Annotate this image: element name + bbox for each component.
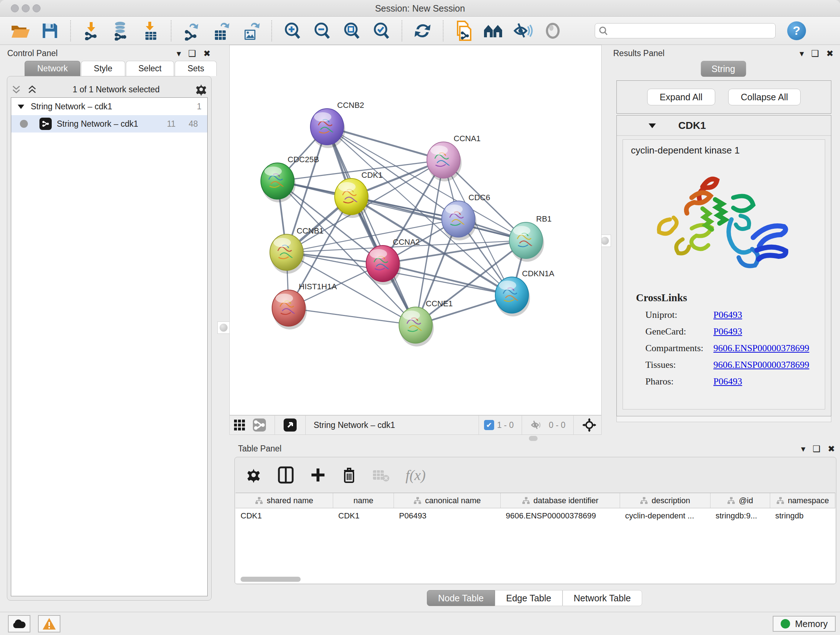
first-neighbors-button[interactable] — [483, 21, 504, 41]
column-header-canonical-name[interactable]: canonical name — [394, 493, 501, 508]
import-network-file-button[interactable] — [81, 21, 101, 41]
table-panel-menu-button[interactable]: ▾ — [801, 445, 805, 453]
open-session-button[interactable] — [10, 21, 30, 41]
tab-style[interactable]: Style — [81, 61, 125, 76]
pharos-link[interactable]: P06493 — [714, 376, 742, 387]
string-view-icon[interactable] — [253, 418, 266, 432]
compartments-link[interactable]: 9606.ENSP00000378699 — [714, 343, 809, 354]
network-node-ccna1[interactable]: CCNA1 — [427, 134, 481, 181]
save-session-button[interactable] — [40, 21, 60, 41]
table-panel-float-button[interactable]: ❑ — [813, 445, 821, 453]
control-panel-float-button[interactable]: ❑ — [188, 49, 196, 58]
network-canvas[interactable]: CCNB2CCNA1CDC25BCDK1CDC6RB1CCNB1CCNA2CDK… — [229, 45, 602, 415]
tab-sets[interactable]: Sets — [175, 61, 217, 76]
show-all-button[interactable] — [543, 21, 563, 41]
import-table-icon — [142, 21, 158, 41]
results-panel-menu-button[interactable]: ▾ — [799, 49, 804, 58]
tissues-link[interactable]: 9606.ENSP00000378699 — [714, 359, 809, 371]
tab-edge-table[interactable]: Edge Table — [495, 590, 562, 606]
network-row-selected[interactable]: String Network – cdk1 11 48 — [11, 115, 207, 133]
show-columns-icon[interactable] — [278, 466, 294, 484]
pan-crosshair-icon[interactable] — [583, 418, 596, 432]
node-table-row[interactable]: CDK1CDK1P064939606.ENSP00000378699cyclin… — [235, 508, 835, 524]
network-node-ccnb1[interactable]: CCNB1 — [270, 226, 324, 274]
cloud-status-button[interactable] — [8, 615, 30, 632]
search-input[interactable] — [608, 26, 772, 36]
table-options-gear-icon[interactable] — [246, 467, 262, 483]
tab-select[interactable]: Select — [126, 61, 174, 76]
network-node-cdkn1a[interactable]: CDKN1A — [495, 269, 554, 317]
network-node-cdc6[interactable]: CDC6 — [442, 193, 490, 241]
column-header-shared-name[interactable]: shared name — [235, 493, 333, 508]
network-node-rb1[interactable]: RB1 — [509, 214, 552, 262]
string-results-box: CDK1 cyclin-dependent kinase 1 — [616, 115, 831, 416]
create-column-plus-icon[interactable] — [310, 467, 326, 483]
import-network-database-button[interactable] — [111, 21, 131, 41]
table-cell[interactable]: CDK1 — [235, 508, 333, 524]
collapse-all-button[interactable]: Collapse All — [728, 89, 801, 105]
table-cell[interactable]: CDK1 — [333, 508, 394, 524]
memory-button[interactable]: Memory — [773, 616, 836, 632]
table-panel-close-button[interactable]: ✖ — [828, 445, 835, 453]
results-panel-float-button[interactable]: ❑ — [811, 49, 819, 58]
gene-section-header[interactable]: CDK1 — [617, 116, 831, 136]
tab-string[interactable]: String — [701, 61, 746, 77]
tab-node-table[interactable]: Node Table — [427, 590, 495, 606]
network-collection-row[interactable]: String Network – cdk1 1 — [11, 98, 207, 115]
zoom-in-button[interactable] — [282, 21, 302, 41]
table-cell[interactable]: 9606.ENSP00000378699 — [501, 508, 620, 524]
birdseye-view-icon[interactable] — [284, 418, 297, 432]
table-horizontal-scrollbar[interactable] — [240, 577, 301, 582]
grid-view-icon[interactable] — [233, 419, 246, 431]
column-header-namespace[interactable]: namespace — [770, 493, 835, 508]
collection-expand-arrow-icon[interactable] — [17, 103, 25, 110]
genecard-link[interactable]: P06493 — [714, 326, 742, 337]
copy-network-layout-button[interactable] — [454, 21, 474, 41]
hide-selected-button[interactable] — [513, 21, 533, 41]
table-panel-title: Table Panel — [238, 444, 281, 454]
expand-all-button[interactable]: Expand All — [647, 89, 715, 105]
expand-all-networks-icon[interactable] — [27, 84, 38, 95]
tab-network-table[interactable]: Network Table — [562, 590, 642, 606]
gene-collapse-arrow-icon[interactable] — [648, 122, 657, 129]
zoom-out-button[interactable] — [312, 21, 332, 41]
delete-column-trash-icon[interactable] — [342, 466, 356, 484]
uniprot-link[interactable]: P06493 — [714, 310, 742, 320]
export-network-button[interactable] — [182, 21, 202, 41]
refresh-button[interactable] — [412, 21, 433, 41]
table-panel: Table Panel ▾ ❑ ✖ — [229, 440, 840, 610]
table-cell[interactable]: stringdb:9... — [711, 508, 770, 524]
export-image-button[interactable] — [241, 21, 261, 41]
search-field[interactable] — [595, 23, 775, 38]
network-edge[interactable] — [327, 127, 416, 325]
column-header--id[interactable]: @id — [711, 493, 770, 508]
zoom-selected-button[interactable] — [371, 21, 392, 41]
network-node-ccnb2[interactable]: CCNB2 — [310, 101, 364, 148]
results-panel-close-button[interactable]: ✖ — [826, 49, 834, 58]
control-panel-close-button[interactable]: ✖ — [203, 49, 210, 58]
table-cell[interactable]: P06493 — [394, 508, 501, 524]
hidden-items-eye-slash-icon[interactable] — [531, 420, 542, 430]
tab-network[interactable]: Network — [25, 61, 80, 76]
import-table-file-button[interactable] — [141, 21, 161, 41]
network-edge[interactable] — [289, 308, 416, 325]
table-cell[interactable]: cyclin-dependent ... — [620, 508, 711, 524]
column-header-database-identifier[interactable]: database identifier — [501, 493, 620, 508]
column-header-description[interactable]: description — [620, 493, 711, 508]
control-panel-menu-button[interactable]: ▾ — [177, 49, 181, 58]
network-options-gear-icon[interactable] — [195, 83, 208, 96]
export-table-button[interactable] — [211, 21, 232, 41]
left-splitter-handle[interactable] — [218, 321, 230, 334]
network-edge[interactable] — [351, 196, 526, 241]
zoom-fit-button[interactable] — [341, 21, 362, 41]
collection-network-count: 1 — [197, 102, 202, 111]
selected-items-checkbox[interactable]: ✔ — [484, 420, 494, 430]
column-header-name[interactable]: name — [333, 493, 394, 508]
network-node-hist1h1a[interactable]: HIST1H1A — [272, 282, 337, 329]
node-table: shared namenamecanonical namedatabase id… — [235, 493, 835, 583]
table-cell[interactable]: stringdb — [770, 508, 835, 524]
collapse-all-networks-icon[interactable] — [11, 84, 22, 95]
results-scrollbar-track[interactable] — [616, 416, 831, 422]
help-button[interactable]: ? — [787, 21, 806, 40]
warnings-button[interactable] — [38, 615, 60, 632]
